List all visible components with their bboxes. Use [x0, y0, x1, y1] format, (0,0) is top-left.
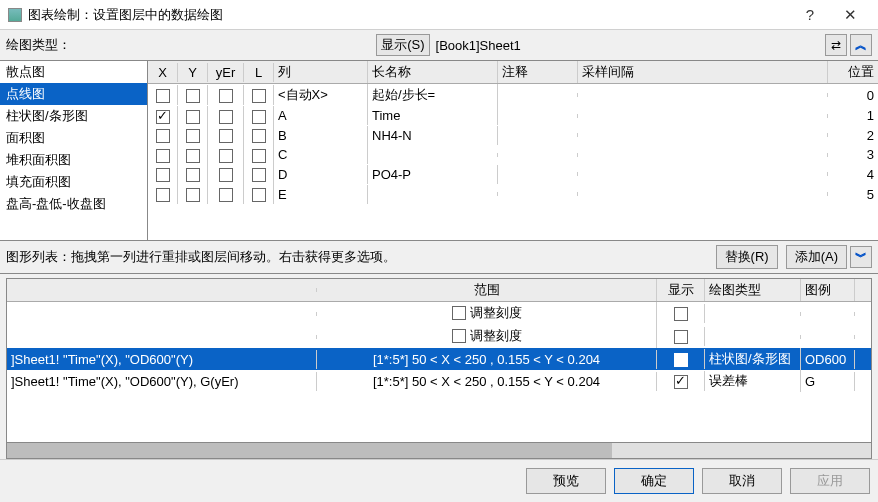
plot-type-item[interactable]: 堆积面积图	[0, 149, 147, 171]
plot-list-row[interactable]: 调整刻度	[7, 325, 871, 348]
column-grid-row[interactable]: DPO4-P4	[148, 165, 878, 185]
adjust-scale-checkbox[interactable]	[452, 306, 466, 320]
checkbox[interactable]	[252, 110, 266, 124]
ok-button[interactable]: 确定	[614, 468, 694, 494]
cancel-button[interactable]: 取消	[702, 468, 782, 494]
checkbox[interactable]	[219, 149, 233, 163]
plot-type-item[interactable]: 柱状图/条形图	[0, 105, 147, 127]
col-header-column[interactable]: 列	[274, 61, 368, 83]
plot-header-range[interactable]: 范围	[317, 279, 657, 301]
plot-list-grid: 范围 显示 绘图类型 图例 调整刻度调整刻度]Sheet1! "Time"(X)…	[6, 278, 872, 443]
checkbox[interactable]	[156, 188, 170, 202]
app-icon	[8, 8, 22, 22]
checkbox[interactable]	[156, 168, 170, 182]
checkbox[interactable]	[219, 188, 233, 202]
checkbox[interactable]	[186, 168, 200, 182]
book-path: [Book1]Sheet1	[436, 38, 521, 53]
checkbox[interactable]	[186, 129, 200, 143]
plot-header-type[interactable]: 绘图类型	[705, 279, 801, 301]
checkbox[interactable]	[219, 129, 233, 143]
column-grid-header: X Y yEr L 列 长名称 注释 采样间隔 位置	[148, 61, 878, 84]
checkbox[interactable]	[156, 89, 170, 103]
plot-type-label: 绘图类型：	[6, 36, 71, 54]
show-checkbox[interactable]	[674, 307, 688, 321]
add-button[interactable]: 添加(A)	[786, 245, 847, 269]
titlebar: 图表绘制：设置图层中的数据绘图 ? ✕	[0, 0, 878, 30]
plot-header-legend[interactable]: 图例	[801, 279, 855, 301]
col-header-comment[interactable]: 注释	[498, 61, 578, 83]
col-header-yer[interactable]: yEr	[208, 63, 244, 82]
show-checkbox[interactable]	[674, 353, 688, 367]
show-checkbox[interactable]	[674, 330, 688, 344]
window-title: 图表绘制：设置图层中的数据绘图	[28, 6, 790, 24]
column-grid-row[interactable]: BNH4-N2	[148, 126, 878, 146]
horizontal-scrollbar[interactable]	[6, 443, 872, 459]
plot-header-name[interactable]	[7, 288, 317, 292]
preview-button[interactable]: 预览	[526, 468, 606, 494]
checkbox[interactable]	[252, 168, 266, 182]
show-button[interactable]: 显示(S)	[376, 34, 429, 56]
instruction-text: 图形列表：拖拽第一列进行重排或图层间移动。右击获得更多选项。	[6, 248, 716, 266]
instruction-bar: 图形列表：拖拽第一列进行重排或图层间移动。右击获得更多选项。 替换(R) 添加(…	[0, 241, 878, 274]
col-header-longname[interactable]: 长名称	[368, 61, 498, 83]
expand-up-icon[interactable]: ︽	[850, 34, 872, 56]
checkbox[interactable]	[252, 149, 266, 163]
plot-type-item[interactable]: 盘高-盘低-收盘图	[0, 193, 147, 215]
col-header-x[interactable]: X	[148, 63, 178, 82]
plot-list-row[interactable]: ]Sheet1! "Time"(X), "OD600"(Y)[1*:5*] 50…	[7, 348, 871, 370]
column-grid-row[interactable]: E5	[148, 184, 878, 204]
checkbox[interactable]	[156, 129, 170, 143]
plot-type-item[interactable]: 散点图	[0, 61, 147, 83]
checkbox[interactable]	[186, 188, 200, 202]
col-header-sampling[interactable]: 采样间隔	[578, 61, 828, 83]
column-grid-row[interactable]: <自动X>起始/步长=0	[148, 84, 878, 106]
swap-icon[interactable]: ⇄	[825, 34, 847, 56]
column-grid-row[interactable]: ATime1	[148, 106, 878, 126]
plot-type-list[interactable]: 散点图点线图柱状图/条形图面积图堆积面积图填充面积图盘高-盘低-收盘图	[0, 61, 147, 240]
plot-list-row[interactable]: ]Sheet1! "Time"(X), "OD600"(Y), G(yEr)[1…	[7, 370, 871, 392]
checkbox[interactable]	[186, 110, 200, 124]
footer: 预览 确定 取消 应用	[0, 459, 878, 502]
checkbox[interactable]	[252, 188, 266, 202]
plot-setup-window: 图表绘制：设置图层中的数据绘图 ? ✕ 绘图类型： 显示(S) [Book1]S…	[0, 0, 878, 502]
top-band: 绘图类型： 显示(S) [Book1]Sheet1 ⇄ ︽	[0, 30, 878, 61]
show-checkbox[interactable]	[674, 375, 688, 389]
replace-button[interactable]: 替换(R)	[716, 245, 778, 269]
plot-type-item[interactable]: 填充面积图	[0, 171, 147, 193]
expand-down-icon[interactable]: ︾	[850, 246, 872, 268]
checkbox[interactable]	[219, 89, 233, 103]
col-header-position[interactable]: 位置	[828, 61, 878, 83]
checkbox[interactable]	[252, 129, 266, 143]
plot-list-header: 范围 显示 绘图类型 图例	[7, 279, 871, 302]
col-header-y[interactable]: Y	[178, 63, 208, 82]
checkbox[interactable]	[156, 149, 170, 163]
bottom-pane: 范围 显示 绘图类型 图例 调整刻度调整刻度]Sheet1! "Time"(X)…	[0, 274, 878, 459]
checkbox[interactable]	[156, 110, 170, 124]
plot-list-row[interactable]: 调整刻度	[7, 302, 871, 325]
column-grid-row[interactable]: C3	[148, 145, 878, 165]
checkbox[interactable]	[186, 89, 200, 103]
checkbox[interactable]	[252, 89, 266, 103]
plot-type-item[interactable]: 点线图	[0, 83, 147, 105]
apply-button[interactable]: 应用	[790, 468, 870, 494]
checkbox[interactable]	[219, 110, 233, 124]
plot-type-item[interactable]: 面积图	[0, 127, 147, 149]
help-button[interactable]: ?	[790, 6, 830, 23]
close-button[interactable]: ✕	[830, 6, 870, 24]
checkbox[interactable]	[186, 149, 200, 163]
col-header-l[interactable]: L	[244, 63, 274, 82]
column-grid-pane: X Y yEr L 列 长名称 注释 采样间隔 位置 <自动X>起始/步长=0A…	[148, 61, 878, 240]
middle-pane: 散点图点线图柱状图/条形图面积图堆积面积图填充面积图盘高-盘低-收盘图 X Y …	[0, 61, 878, 241]
plot-list-body[interactable]: 调整刻度调整刻度]Sheet1! "Time"(X), "OD600"(Y)[1…	[7, 302, 871, 442]
adjust-scale-checkbox[interactable]	[452, 329, 466, 343]
column-grid-body[interactable]: <自动X>起始/步长=0ATime1BNH4-N2C3DPO4-P4E5	[148, 84, 878, 240]
plot-header-show[interactable]: 显示	[657, 279, 705, 301]
checkbox[interactable]	[219, 168, 233, 182]
plot-type-list-pane: 散点图点线图柱状图/条形图面积图堆积面积图填充面积图盘高-盘低-收盘图	[0, 61, 148, 240]
